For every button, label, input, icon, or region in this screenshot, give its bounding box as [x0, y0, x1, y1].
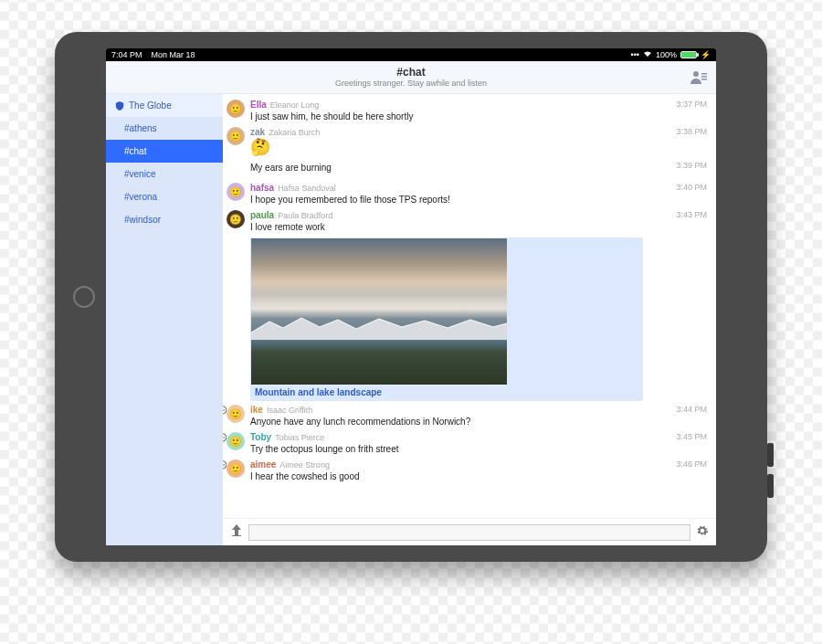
avatar[interactable]: 🙂 [227, 210, 245, 228]
sidebar-channel[interactable]: #windsor [106, 208, 223, 231]
username[interactable]: paula [250, 210, 274, 220]
message-row: 💬🙂ikeIsaac GriffithAnyone have any lunch… [227, 403, 707, 430]
tablet-frame: 7:04 PM Mon Mar 18 ••• 100% ⚡ #chat Gree… [55, 32, 767, 562]
avatar[interactable]: 🙂 [227, 100, 245, 118]
username[interactable]: zak [250, 127, 265, 137]
message-row: 💬🙂TobyTobias PierceTry the octopus loung… [227, 430, 707, 458]
sidebar-channel[interactable]: #venice [106, 163, 223, 185]
app-body: The Globe #athens#chat#venice#verona#win… [106, 94, 716, 545]
avatar[interactable]: 🙂 [227, 459, 245, 478]
app: #chat Greetings stranger. Stay awhile an… [106, 61, 716, 545]
message-row: My ears are burning3:39 PM [227, 159, 707, 181]
message-body: My ears are burning [250, 161, 707, 179]
message-body: paulaPaula BradfordI love remote workMou… [250, 210, 707, 401]
svg-point-0 [693, 71, 699, 77]
tablet-side-buttons [767, 443, 774, 498]
fullname: Aimee Strong [279, 460, 330, 470]
message-time: 3:46 PM [676, 459, 707, 469]
avatar[interactable]: 🙂 [227, 405, 245, 423]
fullname: Isaac Griffith [267, 406, 312, 415]
username[interactable]: Toby [250, 432, 271, 442]
fullname: Eleanor Long [270, 100, 320, 110]
fullname: Hafsa Sandoval [278, 184, 336, 193]
status-time: 7:04 PM [111, 50, 142, 59]
header-title: #chat [335, 66, 487, 79]
message-row: 💬🙂aimeeAimee StrongI hear the cowshed is… [227, 458, 707, 485]
username[interactable]: aimee [250, 459, 276, 470]
messages-list[interactable]: 🙂EllaEleanor LongI just saw him, he shou… [223, 94, 716, 518]
message-body: hafsaHafsa SandovalI hope you remembered… [250, 183, 707, 206]
screen: 7:04 PM Mon Mar 18 ••• 100% ⚡ #chat Gree… [106, 48, 716, 545]
message-time: 3:38 PM [676, 127, 707, 136]
battery-icon [680, 51, 697, 58]
message-emoji: 🤔 [250, 137, 707, 157]
message-time: 3:37 PM [676, 100, 707, 109]
message-text: I love remote work [250, 221, 707, 234]
sidebar-org-label: The Globe [129, 100, 172, 111]
svg-rect-1 [701, 73, 707, 75]
typing-icon: 💬 [223, 460, 227, 470]
people-icon[interactable] [690, 69, 707, 88]
message-row: 🙂EllaEleanor LongI just saw him, he shou… [227, 98, 707, 125]
sidebar-channel[interactable]: #chat [106, 140, 223, 163]
header-subtitle: Greetings stranger. Stay awhile and list… [335, 79, 487, 89]
message-body: zakZakaria Burch🤔 [250, 127, 707, 157]
composer [223, 518, 716, 545]
message-text: I hear the cowshed is good [250, 470, 707, 483]
avatar[interactable]: 🙂 [227, 127, 245, 145]
message-input[interactable] [248, 524, 690, 541]
message-time: 3:43 PM [676, 210, 707, 219]
fullname: Zakaria Burch [269, 128, 320, 137]
message-body: TobyTobias PierceTry the octopus lounge … [250, 432, 707, 456]
status-date: Mon Mar 18 [152, 50, 195, 59]
username[interactable]: Ella [250, 100, 267, 110]
message-row: 🙂paulaPaula BradfordI love remote workMo… [227, 208, 707, 403]
battery-pct: 100% [656, 50, 677, 59]
wifi-icon [643, 50, 652, 59]
attachment[interactable]: Mountain and lake landscape [250, 238, 643, 401]
shield-icon [115, 101, 124, 111]
sidebar-channel[interactable]: #verona [106, 185, 223, 208]
svg-rect-3 [701, 79, 707, 80]
avatar[interactable]: 🙂 [227, 183, 245, 201]
message-body: EllaEleanor LongI just saw him, he shoul… [250, 100, 707, 123]
cellular-icon: ••• [631, 50, 639, 59]
sidebar-channel[interactable]: #athens [106, 117, 223, 140]
sidebar-org[interactable]: The Globe [106, 94, 223, 117]
charging-icon: ⚡ [701, 50, 711, 59]
message-time: 3:40 PM [676, 183, 707, 192]
attachment-caption[interactable]: Mountain and lake landscape [251, 385, 642, 400]
attach-button[interactable] [230, 524, 243, 540]
typing-icon: 💬 [223, 406, 227, 416]
username[interactable]: hafsa [250, 183, 274, 193]
settings-icon[interactable] [696, 524, 709, 541]
message-text: I hope you remembered to file those TPS … [250, 194, 707, 206]
fullname: Tobias Pierce [275, 433, 324, 442]
svg-rect-2 [701, 76, 707, 78]
message-text: My ears are burning [250, 162, 707, 174]
avatar[interactable]: 🙂 [227, 432, 245, 450]
username[interactable]: ike [250, 405, 263, 415]
message-row: 🙂hafsaHafsa SandovalI hope you remembere… [227, 181, 707, 208]
message-body: ikeIsaac GriffithAnyone have any lunch r… [250, 405, 707, 428]
sidebar: The Globe #athens#chat#venice#verona#win… [106, 94, 223, 545]
message-text: I just saw him, he should be here shortl… [250, 111, 707, 123]
message-time: 3:44 PM [676, 405, 707, 414]
message-body: aimeeAimee StrongI hear the cowshed is g… [250, 459, 707, 483]
typing-icon: 💬 [223, 433, 227, 443]
message-text: Try the octopus lounge on frith street [250, 443, 707, 456]
app-header: #chat Greetings stranger. Stay awhile an… [106, 61, 716, 94]
home-button[interactable] [73, 286, 95, 308]
message-text: Anyone have any lunch recommendations in… [250, 416, 707, 428]
attachment-image[interactable] [251, 238, 507, 385]
chat-pane: 🙂EllaEleanor LongI just saw him, he shou… [223, 94, 716, 545]
message-time: 3:45 PM [676, 432, 707, 441]
status-bar: 7:04 PM Mon Mar 18 ••• 100% ⚡ [106, 48, 716, 61]
message-time: 3:39 PM [676, 161, 707, 170]
fullname: Paula Bradford [278, 211, 332, 220]
message-row: 🙂zakZakaria Burch🤔3:38 PM [227, 125, 707, 159]
